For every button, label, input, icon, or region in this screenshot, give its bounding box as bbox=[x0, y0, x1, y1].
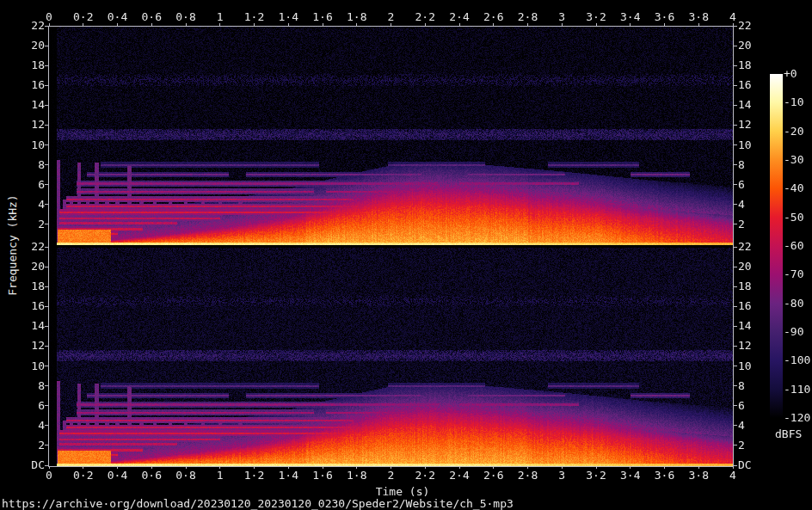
time-tick-label: 0 bbox=[46, 11, 52, 23]
freq-tick-label: 12 bbox=[738, 340, 752, 352]
tick-mark bbox=[734, 85, 737, 86]
time-tick-label: 2·6 bbox=[483, 11, 503, 23]
time-tick-label: 0·8 bbox=[175, 11, 195, 23]
time-tick-label: 0 bbox=[46, 470, 52, 482]
tick-mark bbox=[734, 286, 737, 287]
tick-mark bbox=[734, 224, 737, 224]
time-tick-label: 2·2 bbox=[415, 470, 435, 482]
time-tick-label: 3·2 bbox=[586, 470, 606, 482]
freq-tick-label: 8 bbox=[738, 159, 745, 171]
colorbar-tick-label: -20 bbox=[784, 126, 803, 138]
freq-tick-label: 4 bbox=[0, 420, 45, 432]
time-tick-label: 1·2 bbox=[244, 470, 264, 482]
tick-mark bbox=[734, 125, 737, 126]
tick-mark bbox=[734, 184, 737, 185]
tick-mark bbox=[734, 105, 737, 106]
freq-tick-label: 20 bbox=[738, 40, 752, 52]
freq-tick-label: 6 bbox=[0, 400, 45, 412]
tick-mark bbox=[734, 46, 737, 46]
freq-tick-label: 12 bbox=[738, 119, 752, 131]
tick-mark bbox=[734, 247, 737, 248]
freq-tick-label: 20 bbox=[0, 40, 45, 52]
time-tick-label: 1·4 bbox=[279, 11, 298, 23]
freq-tick-label: 14 bbox=[738, 99, 752, 111]
time-tick-label: 1 bbox=[217, 11, 224, 23]
time-tick-label: 0·6 bbox=[142, 11, 162, 23]
freq-tick-label: 2 bbox=[0, 439, 45, 452]
time-tick-label: 3 bbox=[558, 11, 565, 23]
freq-tick-label: 16 bbox=[0, 79, 45, 91]
spectrogram-screenshot: { "window": { "background": "#000000", "… bbox=[0, 0, 812, 510]
colorbar-tick-label: +0 bbox=[784, 68, 797, 80]
freq-tick-label: 6 bbox=[0, 179, 45, 191]
time-tick-label: 2·4 bbox=[449, 11, 469, 23]
time-tick-label: 1·4 bbox=[279, 470, 298, 482]
colorbar-tick-label: -110 bbox=[784, 384, 810, 396]
colorbar-tick-label: -50 bbox=[784, 212, 803, 224]
freq-tick-label: 14 bbox=[0, 99, 45, 111]
time-tick-label: 4 bbox=[729, 11, 736, 23]
time-tick-label: 1·6 bbox=[312, 470, 332, 482]
freq-tick-label: 4 bbox=[738, 420, 745, 432]
freq-tick-label: 22 bbox=[0, 20, 45, 32]
tick-mark bbox=[734, 405, 737, 406]
freq-tick-label: 10 bbox=[0, 360, 45, 372]
tick-mark bbox=[734, 385, 737, 386]
tick-mark bbox=[734, 144, 737, 145]
freq-tick-label: 10 bbox=[738, 360, 752, 372]
freq-tick-label: 18 bbox=[0, 59, 45, 71]
freq-tick-label: 14 bbox=[738, 320, 752, 332]
tick-mark bbox=[734, 465, 737, 466]
time-tick-label: 1·8 bbox=[347, 11, 366, 23]
freq-tick-label: 10 bbox=[738, 139, 752, 151]
time-tick-label: 1·6 bbox=[312, 11, 332, 23]
time-tick-label: 0·2 bbox=[73, 470, 93, 482]
source-url-text: https://archive·org/download/20230120_20… bbox=[2, 497, 514, 510]
freq-tick-label: 22 bbox=[738, 20, 752, 32]
colorbar-tick-label: -80 bbox=[784, 298, 803, 310]
time-tick-label: 1 bbox=[217, 470, 224, 482]
tick-mark bbox=[734, 326, 737, 327]
colorbar-tick-label: -90 bbox=[784, 326, 803, 338]
tick-mark bbox=[734, 425, 737, 426]
freq-tick-label: 2 bbox=[738, 439, 745, 452]
time-tick-label: 2·4 bbox=[449, 470, 469, 482]
freq-tick-label: 16 bbox=[738, 79, 752, 91]
freq-tick-label: 6 bbox=[738, 400, 745, 412]
colorbar-tick-label: -40 bbox=[784, 182, 803, 194]
freq-tick-label-dc: DC bbox=[0, 459, 45, 471]
freq-tick-label: 2 bbox=[738, 218, 745, 230]
time-tick-label: 3·8 bbox=[689, 470, 709, 482]
x-axis-title: Time (s) bbox=[376, 485, 430, 498]
freq-tick-label: 22 bbox=[738, 241, 752, 253]
colorbar-tick-label: -10 bbox=[784, 96, 803, 108]
time-tick-label: 3·6 bbox=[655, 470, 674, 482]
time-tick-label: 1·2 bbox=[244, 11, 264, 23]
freq-tick-label: 8 bbox=[738, 380, 745, 392]
time-tick-label: 3·6 bbox=[655, 11, 674, 23]
time-tick-label: 3·8 bbox=[689, 11, 709, 23]
colorbar-tick-label: -100 bbox=[784, 354, 810, 366]
time-tick-label: 2·8 bbox=[518, 470, 538, 482]
freq-tick-label: 16 bbox=[0, 300, 45, 312]
colorbar-unit-label: dBFS bbox=[775, 427, 802, 440]
tick-mark bbox=[734, 204, 737, 205]
tick-mark bbox=[734, 346, 737, 347]
tick-mark bbox=[734, 267, 737, 267]
time-tick-label: 3·4 bbox=[620, 11, 640, 23]
time-tick-label: 0·6 bbox=[142, 470, 162, 482]
spectrogram-channel-2 bbox=[49, 248, 733, 466]
colorbar-tick-label: -60 bbox=[784, 240, 803, 252]
time-tick-label: 3·2 bbox=[586, 11, 606, 23]
time-tick-label: 0·2 bbox=[73, 11, 93, 23]
tick-mark bbox=[734, 164, 737, 165]
time-tick-label: 0·4 bbox=[108, 11, 127, 23]
time-tick-label: 1·8 bbox=[347, 470, 366, 482]
freq-tick-label: 10 bbox=[0, 139, 45, 151]
time-tick-label: 2 bbox=[388, 11, 395, 23]
freq-tick-label: 18 bbox=[738, 280, 752, 292]
colorbar-tick-label: -70 bbox=[784, 268, 803, 280]
freq-tick-label: 8 bbox=[0, 380, 45, 392]
time-tick-label: 3 bbox=[558, 470, 565, 482]
freq-tick-label: 12 bbox=[0, 119, 45, 131]
